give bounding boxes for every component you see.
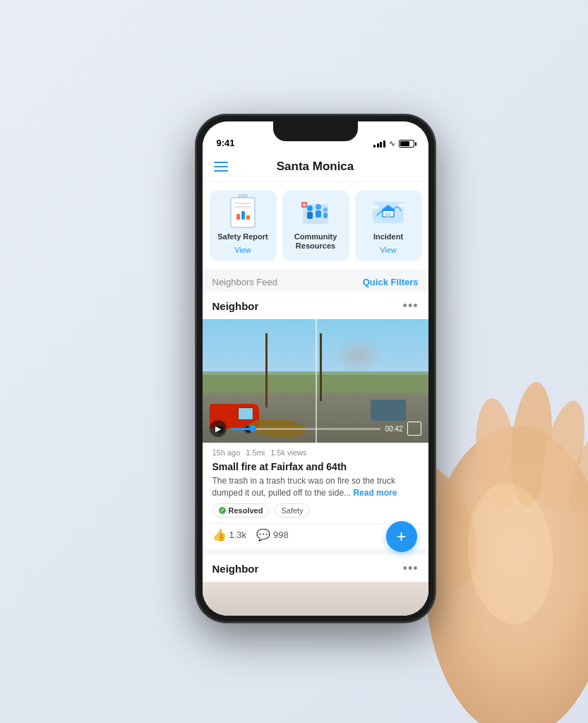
like-button[interactable]: 👍 1.3k bbox=[212, 528, 247, 542]
resolved-tag[interactable]: ✓ Resolved bbox=[212, 503, 270, 518]
utility-pole-left bbox=[265, 333, 268, 407]
post-tags-1: ✓ Resolved Safety bbox=[203, 503, 428, 523]
phone-frame: 9:41 ∿ bbox=[196, 114, 436, 623]
post-video-1[interactable]: ▶ 00:42 bbox=[203, 319, 428, 443]
post-views: 1.5k views bbox=[270, 448, 306, 457]
post-author-1: Neighbor bbox=[212, 300, 259, 312]
status-time: 9:41 bbox=[217, 138, 235, 148]
post-image-2 bbox=[203, 582, 428, 616]
video-progress-bar[interactable] bbox=[231, 428, 381, 430]
post-distance: 1.5mi bbox=[246, 448, 265, 457]
quick-cards-section: Safety Report View bbox=[203, 181, 428, 270]
community-resources-card[interactable]: Community Resources bbox=[282, 190, 349, 261]
video-time: 00:42 bbox=[385, 425, 402, 433]
quick-filters-button[interactable]: Quick Filters bbox=[363, 277, 419, 287]
safety-report-card[interactable]: Safety Report View bbox=[210, 190, 277, 261]
post-excerpt-1: The trash in a trash truck was on fire s… bbox=[203, 475, 428, 503]
incident-icon bbox=[370, 198, 407, 227]
page-title: Santa Monica bbox=[277, 160, 354, 174]
second-vehicle bbox=[371, 400, 406, 421]
read-more-button[interactable]: Read more bbox=[353, 488, 397, 498]
plus-icon: + bbox=[396, 528, 406, 545]
utility-pole-middle bbox=[320, 333, 322, 401]
smoke-cloud bbox=[334, 337, 383, 373]
hamburger-line-1 bbox=[214, 162, 228, 163]
post-title-1: Small fire at Fairfax and 64th bbox=[203, 460, 428, 475]
post-header-2: Neighbor ••• bbox=[203, 554, 428, 582]
hamburger-line-3 bbox=[214, 170, 228, 172]
svg-point-1 bbox=[307, 205, 313, 211]
post-card-2: Neighbor ••• bbox=[203, 554, 428, 616]
safety-label: Safety bbox=[281, 506, 303, 515]
svg-point-14 bbox=[372, 205, 379, 209]
hamburger-button[interactable] bbox=[214, 162, 228, 172]
battery-icon bbox=[399, 140, 414, 148]
wifi-icon: ∿ bbox=[389, 139, 395, 148]
clipboard-icon bbox=[230, 197, 256, 228]
safety-report-label: Safety Report bbox=[217, 232, 268, 241]
clipboard-line-1 bbox=[234, 203, 251, 204]
post-time-ago: 15h ago bbox=[212, 448, 241, 457]
comment-count: 998 bbox=[273, 530, 289, 540]
svg-rect-4 bbox=[316, 210, 321, 217]
comment-button[interactable]: 💬 998 bbox=[256, 528, 289, 542]
incident-icon-area bbox=[368, 197, 408, 228]
app-content: Santa Monica bbox=[203, 153, 428, 616]
speaker-icon: ▶ bbox=[215, 424, 221, 434]
post-more-button-1[interactable]: ••• bbox=[403, 299, 419, 313]
phone-notch bbox=[273, 121, 358, 141]
community-resources-icon-area bbox=[296, 197, 335, 228]
post-author-2: Neighbor bbox=[212, 563, 259, 575]
like-count: 1.3k bbox=[229, 530, 247, 540]
community-icon bbox=[297, 198, 334, 227]
svg-point-5 bbox=[323, 208, 328, 212]
svg-point-3 bbox=[316, 204, 321, 210]
resolved-label: Resolved bbox=[229, 506, 263, 515]
comment-icon: 💬 bbox=[256, 528, 270, 542]
feed-section: Neighbors Feed Quick Filters Neighbor ••… bbox=[203, 270, 428, 616]
signal-icon bbox=[373, 141, 385, 148]
post-meta-1: 15h ago 1.5mi 1.5k views bbox=[203, 443, 428, 460]
incident-label: Incident bbox=[373, 232, 403, 241]
incident-card[interactable]: Incident View bbox=[355, 190, 422, 261]
clipboard-chart bbox=[236, 211, 250, 220]
svg-rect-6 bbox=[323, 213, 328, 218]
post-header-1: Neighbor ••• bbox=[203, 292, 428, 319]
resolved-icon: ✓ bbox=[219, 507, 226, 514]
svg-rect-9 bbox=[303, 204, 306, 205]
svg-rect-2 bbox=[307, 212, 313, 219]
status-icons: ∿ bbox=[373, 139, 414, 148]
clipboard-line-2 bbox=[234, 206, 251, 208]
feed-title: Neighbors Feed bbox=[212, 277, 278, 287]
post-more-button-2[interactable]: ••• bbox=[403, 561, 419, 576]
community-resources-label: Community Resources bbox=[288, 232, 344, 251]
mute-button[interactable]: ▶ bbox=[210, 420, 227, 437]
safety-tag[interactable]: Safety bbox=[275, 503, 309, 518]
svg-point-15 bbox=[398, 204, 404, 208]
svg-marker-12 bbox=[385, 213, 391, 217]
hamburger-line-2 bbox=[214, 166, 228, 167]
checkmark-icon: ✓ bbox=[220, 508, 224, 513]
feed-header: Neighbors Feed Quick Filters bbox=[203, 270, 428, 292]
incident-link[interactable]: View bbox=[380, 246, 397, 254]
fullscreen-button[interactable] bbox=[407, 422, 421, 436]
post-card-1: Neighbor ••• bbox=[203, 292, 428, 549]
video-controls: ▶ 00:42 bbox=[203, 420, 428, 437]
video-progress-dot bbox=[249, 425, 256, 432]
safety-report-icon-area bbox=[223, 197, 263, 228]
thumbs-up-icon: 👍 bbox=[212, 528, 227, 542]
app-header: Santa Monica bbox=[203, 153, 428, 181]
create-post-fab[interactable]: + bbox=[386, 521, 417, 552]
safety-report-link[interactable]: View bbox=[234, 246, 251, 254]
